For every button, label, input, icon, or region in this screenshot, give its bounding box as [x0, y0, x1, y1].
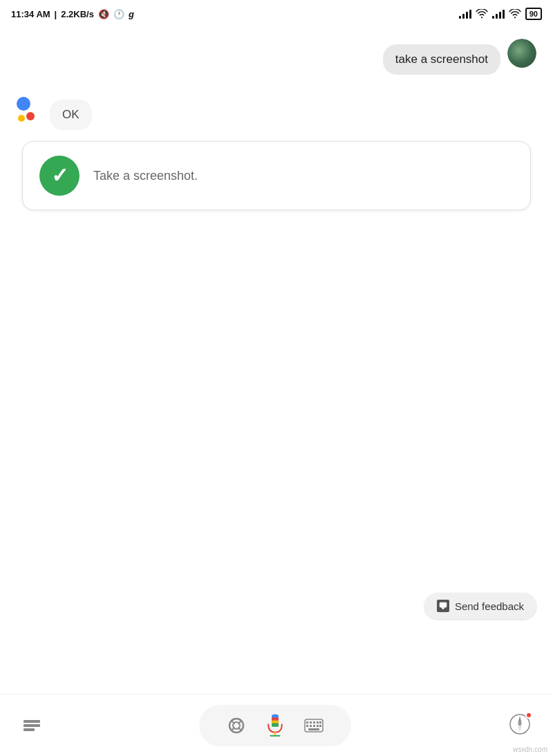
user-bubble: take a screenshot [383, 44, 500, 75]
check-circle: ✓ [39, 156, 79, 196]
keyboard-button[interactable] [304, 716, 324, 735]
action-card: ✓ Take a screenshot. [22, 141, 531, 210]
user-avatar [507, 39, 536, 68]
network-speed: 2.2KB/s [61, 9, 94, 19]
svg-rect-4 [24, 728, 35, 731]
svg-rect-24 [306, 725, 308, 727]
svg-rect-20 [310, 721, 312, 723]
svg-rect-26 [313, 725, 315, 727]
lens-button[interactable] [227, 716, 246, 735]
svg-rect-17 [272, 723, 279, 726]
svg-line-9 [232, 728, 234, 730]
check-icon: ✓ [51, 165, 68, 186]
svg-rect-29 [308, 728, 319, 730]
alarm-icon: 🕐 [113, 9, 124, 19]
user-message-text: take a screenshot [395, 53, 488, 66]
microphone-icon [263, 713, 288, 738]
svg-rect-28 [319, 725, 321, 727]
svg-rect-22 [317, 721, 319, 723]
svg-rect-25 [310, 725, 312, 727]
svg-rect-16 [272, 720, 279, 723]
battery-level: 90 [529, 10, 538, 18]
svg-marker-1 [441, 607, 445, 609]
chat-area: take a screenshot OK ✓ Take a screenshot… [0, 28, 553, 694]
microphone-button[interactable] [263, 713, 288, 738]
action-card-text: Take a screenshot. [93, 169, 198, 183]
dot-blue [17, 97, 30, 111]
svg-point-31 [518, 723, 521, 726]
wifi-full-icon [509, 9, 521, 19]
app-icon: g [129, 9, 134, 19]
dot-red [26, 112, 35, 120]
time-display: 11:34 AM [11, 9, 50, 19]
send-feedback-button[interactable]: Send feedback [424, 593, 536, 619]
signal-bars-2 [492, 9, 505, 19]
svg-line-8 [238, 721, 241, 723]
status-right: 90 [459, 8, 542, 20]
bottom-toolbar [0, 694, 553, 756]
assistant-response-text: OK [62, 108, 79, 121]
google-assistant-dots [11, 91, 47, 127]
status-bar: 11:34 AM | 2.2KB/s 🔇 🕐 g [0, 0, 553, 28]
svg-rect-2 [24, 720, 40, 723]
battery-indicator: 90 [525, 8, 542, 20]
svg-rect-23 [319, 721, 321, 723]
cards-button[interactable] [17, 710, 47, 741]
assistant-container: OK [11, 91, 542, 130]
keyboard-icon [304, 716, 324, 735]
svg-rect-19 [306, 721, 308, 723]
svg-line-7 [232, 721, 234, 723]
svg-rect-21 [313, 721, 315, 723]
assistant-bubble: OK [50, 100, 92, 130]
assistant-logo [11, 91, 47, 127]
compass-container [509, 713, 531, 737]
separator: | [55, 9, 57, 19]
send-feedback-label: Send feedback [455, 600, 524, 612]
svg-rect-14 [272, 714, 279, 717]
wifi-icon [476, 9, 488, 19]
lens-icon [227, 716, 246, 735]
cards-icon [22, 716, 41, 735]
mic-container [199, 705, 351, 746]
svg-rect-27 [317, 725, 319, 727]
mute-icon: 🔇 [98, 9, 109, 19]
signal-bars-1 [459, 9, 471, 19]
user-message-container: take a screenshot [11, 39, 542, 75]
dot-yellow [18, 115, 25, 122]
svg-rect-15 [272, 717, 279, 720]
svg-line-10 [238, 728, 241, 730]
user-avatar-image [507, 39, 536, 68]
watermark: wsxdn.com [513, 746, 547, 753]
svg-rect-3 [24, 724, 40, 727]
notification-dot [525, 712, 532, 719]
status-left: 11:34 AM | 2.2KB/s 🔇 🕐 g [11, 9, 134, 19]
compass-button[interactable] [503, 708, 536, 743]
svg-rect-0 [440, 602, 447, 608]
feedback-icon [437, 600, 449, 612]
